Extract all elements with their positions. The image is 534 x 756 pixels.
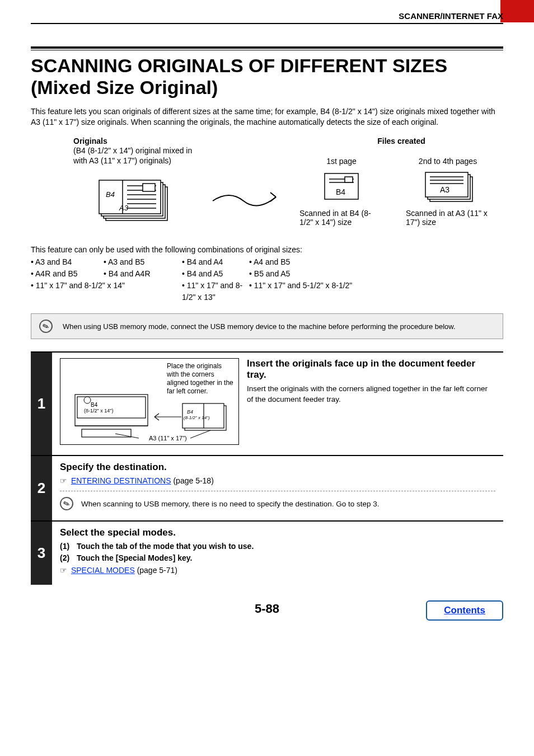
step1-illu-caption: Place the originals with the corners ali… [167, 362, 234, 396]
combo-cell: • 11" x 17" and 8-1/2" x 14" [31, 280, 182, 303]
step2-link-page: (page 5-18) [171, 476, 214, 485]
combo-cell: • A3 and B5 [104, 256, 182, 268]
svg-rect-27 [82, 429, 131, 437]
step2-subnote: ✎ When scanning to USB memory, there is … [60, 491, 495, 510]
pointer-icon [60, 476, 69, 485]
file-col2-caption: Scanned in at A3 (11" x 17") size [406, 209, 490, 227]
step-2: 2 Specify the destination. ENTERING DEST… [31, 455, 503, 520]
svg-text:A3: A3 [440, 185, 449, 194]
originals-stack-icon: B4 A3 [87, 173, 199, 226]
combo-cell: • A3 and B4 [31, 256, 104, 268]
stack-label-b4: B4 [106, 190, 115, 199]
combo-cell: • B4 and A4 [182, 256, 249, 268]
title-rule [31, 46, 503, 50]
combo-cell: • B4 and A5 [182, 268, 249, 280]
step1-heading: Insert the originals face up in the docu… [247, 358, 495, 381]
pointer-icon [60, 566, 69, 575]
svg-text:B4: B4 [187, 409, 193, 415]
entering-destinations-link[interactable]: ENTERING DESTINATIONS [71, 476, 171, 485]
file-col2-pages: 2nd to 4th pages [406, 157, 490, 166]
diagram-row: Originals (B4 (8-1/2" x 14") original mi… [31, 137, 503, 234]
combo-cell: • B4 and A4R [104, 268, 182, 280]
step-number-2: 2 [31, 456, 52, 520]
step-number-1: 1 [31, 353, 52, 455]
intro-paragraph: This feature lets you scan originals of … [31, 106, 503, 128]
file-col1-caption: Scanned in at B4 (8-1/2" x 14") size [299, 209, 383, 227]
file-col-1: 1st page B4 Scanned in at B4 (8-1/2" x 1… [299, 157, 383, 227]
combo-cell: • 11" x 17" and 5-1/2" x 8-1/2" [249, 280, 395, 303]
step3-sub2: (2)Touch the [Special Modes] key. [60, 553, 495, 562]
file-a3-icon: A3 [406, 170, 490, 205]
svg-text:(8-1/2" x 14"): (8-1/2" x 14") [84, 408, 113, 414]
stack-label-a3: A3 [119, 204, 129, 212]
section-header: SCANNER/INTERNET FAX [31, 11, 503, 24]
svg-text:(8-1/2" x 14"): (8-1/2" x 14") [184, 415, 210, 420]
svg-rect-15 [345, 177, 353, 182]
files-block: Files created 1st page B4 Scanned in at … [299, 137, 503, 227]
step-3: 3 Select the special modes. (1)Touch the… [31, 520, 503, 585]
step-number-3: 3 [31, 522, 52, 585]
svg-line-38 [190, 430, 210, 438]
file-col1-pages: 1st page [299, 157, 383, 166]
step2-heading: Specify the destination. [60, 462, 495, 473]
step3-link-page: (page 5-71) [135, 566, 177, 575]
combinations-grid: • A3 and B4 • A3 and B5 • B4 and A4 • A4… [31, 256, 503, 303]
file-col-2: 2nd to 4th pages A3 Scanned in at A3 (11… [406, 157, 490, 227]
note-pen-icon: ✎ [58, 495, 76, 513]
svg-point-39 [84, 397, 91, 403]
step1-illustration: Place the originals with the corners ali… [60, 358, 239, 445]
file-b4-icon: B4 [299, 170, 383, 205]
originals-subtitle: (B4 (8-1/2" x 14") original mixed in wit… [73, 145, 199, 166]
step3-heading: Select the special modes. [60, 527, 495, 538]
combo-cell: • A4R and B5 [31, 268, 104, 280]
svg-rect-10 [143, 184, 155, 191]
step3-sub1: (1)Touch the tab of the mode that you wi… [60, 542, 495, 551]
originals-block: Originals (B4 (8-1/2" x 14") original mi… [31, 137, 199, 234]
svg-text:A3 (11" x 17"): A3 (11" x 17") [149, 435, 187, 442]
arrow-icon [210, 137, 288, 212]
step2-note-text: When scanning to USB memory, there is no… [81, 500, 380, 508]
contents-button[interactable]: Contents [426, 600, 503, 621]
usb-note-box: ✎ When using USB memory mode, connect th… [31, 313, 503, 339]
usb-note-text: When using USB memory mode, connect the … [63, 322, 456, 331]
svg-text:B4: B4 [336, 187, 345, 196]
note-pen-icon: ✎ [38, 318, 55, 335]
combinations-intro: This feature can only be used with the f… [31, 245, 503, 254]
step-1: 1 Place the originals with the corners a… [31, 351, 503, 455]
originals-title: Originals [73, 137, 199, 145]
special-modes-link[interactable]: SPECIAL MODES [71, 566, 135, 575]
combo-cell: • A4 and B5 [249, 256, 395, 268]
svg-text:B4: B4 [91, 402, 98, 408]
page-title: SCANNING ORIGINALS OF DIFFERENT SIZES (M… [31, 55, 503, 98]
combo-cell: • B5 and A5 [249, 268, 395, 280]
combo-cell: • 11" x 17" and 8-1/2" x 13" [182, 280, 249, 303]
step1-text: Insert the originals with the corners al… [247, 384, 495, 404]
files-created-title: Files created [299, 137, 503, 145]
